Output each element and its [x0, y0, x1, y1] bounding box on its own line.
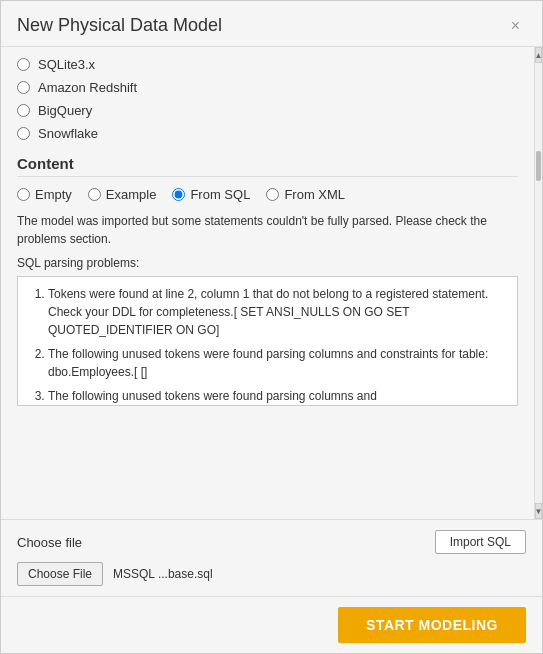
start-modeling-button[interactable]: START MODELING	[338, 607, 526, 643]
content-from-sql-label: From SQL	[190, 187, 250, 202]
content-radio-example[interactable]: Example	[88, 187, 157, 202]
scrollbar[interactable]: ▲ ▼	[534, 47, 542, 519]
problems-label: SQL parsing problems:	[17, 256, 518, 270]
radio-redshift[interactable]: Amazon Redshift	[17, 80, 518, 95]
choose-file-label: Choose file	[17, 535, 82, 550]
content-section-title: Content	[17, 155, 518, 177]
content-example-label: Example	[106, 187, 157, 202]
content-radio-from-sql[interactable]: From SQL	[172, 187, 250, 202]
dialog-footer: START MODELING	[1, 596, 542, 653]
choose-file-row: Choose file Import SQL	[17, 530, 526, 554]
radio-snowflake[interactable]: Snowflake	[17, 126, 518, 141]
scroll-down-arrow[interactable]: ▼	[535, 503, 542, 519]
new-physical-data-model-dialog: New Physical Data Model × SQLite3.x Amaz…	[0, 0, 543, 654]
import-sql-button[interactable]: Import SQL	[435, 530, 526, 554]
content-radio-from-xml[interactable]: From XML	[266, 187, 345, 202]
problem-item: The following unused tokens were found p…	[48, 387, 505, 405]
dialog-title: New Physical Data Model	[17, 15, 222, 36]
content-empty-label: Empty	[35, 187, 72, 202]
close-button[interactable]: ×	[505, 16, 526, 36]
bigquery-label: BigQuery	[38, 103, 92, 118]
scroll-thumb-container	[535, 63, 542, 503]
content-radio-empty[interactable]: Empty	[17, 187, 72, 202]
problem-item: The following unused tokens were found p…	[48, 345, 505, 381]
dialog-header: New Physical Data Model ×	[1, 1, 542, 47]
content-radio-row: Empty Example From SQL From XML	[17, 187, 518, 202]
choose-file-section: Choose file Import SQL Choose File MSSQL…	[1, 519, 542, 596]
snowflake-label: Snowflake	[38, 126, 98, 141]
content-from-xml-label: From XML	[284, 187, 345, 202]
main-scroll-area[interactable]: SQLite3.x Amazon Redshift BigQuery Snowf…	[1, 47, 534, 519]
scroll-up-arrow[interactable]: ▲	[535, 47, 542, 63]
radio-bigquery[interactable]: BigQuery	[17, 103, 518, 118]
scroll-thumb[interactable]	[536, 151, 541, 181]
file-input-row: Choose File MSSQL ...base.sql	[17, 562, 526, 586]
selected-file-name: MSSQL ...base.sql	[113, 567, 213, 581]
dialog-body: SQLite3.x Amazon Redshift BigQuery Snowf…	[1, 47, 542, 519]
choose-file-button[interactable]: Choose File	[17, 562, 103, 586]
redshift-label: Amazon Redshift	[38, 80, 137, 95]
problems-box[interactable]: Tokens were found at line 2, column 1 th…	[17, 276, 518, 406]
problem-item: Tokens were found at line 2, column 1 th…	[48, 285, 505, 339]
info-message: The model was imported but some statemen…	[17, 212, 518, 248]
sqlite-label: SQLite3.x	[38, 57, 95, 72]
radio-sqlite[interactable]: SQLite3.x	[17, 57, 518, 72]
